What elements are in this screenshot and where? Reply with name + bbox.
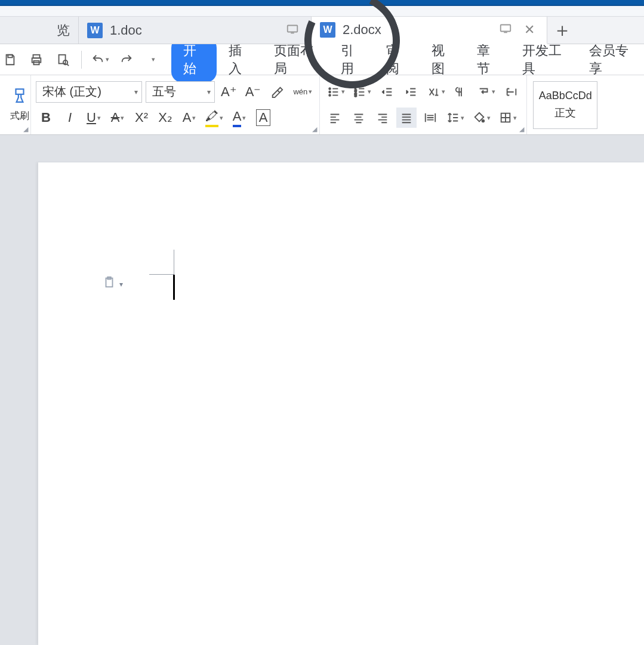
increase-indent-button[interactable] bbox=[401, 82, 421, 102]
line-spacing-button[interactable]: ▾ bbox=[444, 108, 467, 128]
tab-partial-left[interactable]: 览 bbox=[0, 17, 79, 44]
chevron-down-icon[interactable]: ▾ bbox=[242, 114, 246, 122]
margin-marker bbox=[149, 250, 174, 275]
strikethrough-button[interactable]: A▾ bbox=[107, 108, 128, 128]
svg-rect-0 bbox=[288, 25, 298, 32]
phonetic-guide-button[interactable]: wén ▾ bbox=[291, 82, 315, 102]
borders-button[interactable]: ▾ bbox=[497, 108, 519, 128]
word-doc-icon: W bbox=[320, 22, 335, 38]
paste-clipboard-icon bbox=[103, 276, 116, 293]
chevron-down-icon[interactable]: ▾ bbox=[106, 56, 109, 63]
align-distributed-button[interactable] bbox=[420, 108, 440, 128]
chevron-down-icon[interactable]: ▾ bbox=[119, 280, 123, 288]
chevron-down-icon[interactable]: ▾ bbox=[192, 114, 196, 122]
close-icon[interactable]: ✕ bbox=[520, 22, 538, 38]
format-painter-icon bbox=[12, 88, 27, 108]
undo-button[interactable]: ▾ bbox=[90, 50, 110, 70]
asian-layout-button[interactable]: ▾ bbox=[425, 82, 448, 102]
increase-font-button[interactable]: A⁺ bbox=[218, 82, 239, 102]
align-center-button[interactable] bbox=[349, 108, 369, 128]
style-name: 正文 bbox=[554, 106, 576, 120]
redo-button[interactable] bbox=[116, 50, 137, 70]
tabs-button[interactable] bbox=[501, 82, 522, 102]
print-button[interactable] bbox=[26, 50, 47, 70]
chevron-down-icon[interactable]: ▾ bbox=[341, 88, 345, 96]
group-styles: AaBbCcDd 正文 bbox=[527, 75, 603, 134]
chevron-down-icon[interactable]: ▾ bbox=[487, 114, 491, 122]
window-mode-icon[interactable] bbox=[282, 22, 303, 39]
svg-rect-2 bbox=[8, 54, 12, 57]
save-button[interactable] bbox=[0, 50, 20, 70]
chevron-down-icon[interactable]: ▾ bbox=[97, 114, 101, 122]
group-clipboard: 式刷 ◢ bbox=[0, 75, 31, 134]
line-break-button[interactable]: ▾ bbox=[475, 82, 498, 102]
chevron-down-icon[interactable]: ▾ bbox=[442, 88, 445, 96]
group-launcher-icon[interactable]: ◢ bbox=[519, 125, 524, 133]
align-justify-button[interactable] bbox=[396, 108, 417, 128]
underline-icon: U bbox=[87, 110, 96, 125]
top-strip bbox=[0, 6, 644, 17]
clear-formatting-button[interactable] bbox=[267, 82, 287, 102]
bold-button[interactable]: B bbox=[36, 108, 56, 128]
svg-point-11 bbox=[329, 94, 331, 96]
bullets-button[interactable]: ▾ bbox=[325, 82, 347, 102]
menu-bar: ▾ ▾ 开始 插入 页面布局 引用 审阅 视图 章节 开发工具 会员专享 bbox=[0, 44, 644, 75]
shading-button[interactable]: ▾ bbox=[470, 108, 493, 128]
tab-1-name: 1.doc bbox=[110, 23, 142, 38]
group-paragraph: ▾ 123 ▾ ▾ ▾ bbox=[320, 75, 527, 134]
new-tab-button[interactable]: ＋ bbox=[547, 17, 577, 44]
window-mode-icon[interactable] bbox=[495, 22, 516, 38]
chevron-down-icon[interactable]: ▾ bbox=[131, 88, 138, 96]
italic-icon: I bbox=[68, 110, 72, 125]
strikethrough-icon: A bbox=[111, 110, 120, 125]
chevron-down-icon[interactable]: ▾ bbox=[461, 114, 464, 122]
qat-more-button[interactable]: ▾ bbox=[143, 50, 163, 70]
tab-partial-label: 览 bbox=[57, 22, 70, 39]
chevron-down-icon[interactable]: ▾ bbox=[492, 88, 495, 96]
text-direction-button[interactable] bbox=[451, 82, 472, 102]
decrease-indent-button[interactable] bbox=[377, 82, 398, 102]
align-left-button[interactable] bbox=[325, 108, 345, 128]
font-color-button[interactable]: A▾ bbox=[229, 108, 249, 128]
quick-access-toolbar: ▾ ▾ bbox=[0, 44, 168, 75]
paste-options-button[interactable]: ▾ bbox=[103, 276, 123, 293]
chevron-down-icon[interactable]: ▾ bbox=[513, 114, 517, 122]
print-preview-button[interactable] bbox=[53, 50, 73, 70]
svg-point-10 bbox=[329, 91, 331, 93]
phonetic-label: wén bbox=[293, 87, 307, 96]
document-tab-1[interactable]: W 1.doc bbox=[79, 17, 312, 44]
chevron-down-icon[interactable]: ▾ bbox=[368, 88, 371, 96]
style-normal[interactable]: AaBbCcDd 正文 bbox=[533, 81, 597, 129]
text-effects-button[interactable]: A▾ bbox=[179, 108, 199, 128]
svg-point-15 bbox=[482, 120, 485, 122]
font-color-icon: A bbox=[233, 109, 242, 127]
numbering-button[interactable]: 123 ▾ bbox=[351, 82, 374, 102]
font-name-value: 宋体 (正文) bbox=[42, 84, 101, 100]
superscript-icon: X² bbox=[135, 110, 148, 125]
italic-button[interactable]: I bbox=[60, 108, 80, 128]
underline-button[interactable]: U▾ bbox=[84, 108, 104, 128]
document-tab-2[interactable]: W 2.docx ✕ bbox=[312, 17, 547, 44]
format-painter-button[interactable]: 式刷 bbox=[5, 81, 35, 129]
chevron-down-icon[interactable]: ▾ bbox=[309, 88, 312, 96]
decrease-font-button[interactable]: A⁻ bbox=[243, 82, 264, 102]
group-launcher-icon[interactable]: ◢ bbox=[312, 125, 317, 133]
superscript-button[interactable]: X² bbox=[131, 108, 152, 128]
character-border-button[interactable]: A bbox=[253, 108, 273, 128]
align-right-button[interactable] bbox=[372, 108, 393, 128]
document-page[interactable]: ▾ bbox=[38, 162, 644, 645]
style-sample: AaBbCcDd bbox=[539, 90, 592, 102]
font-size-combo[interactable]: 五号 ▾ bbox=[146, 81, 215, 103]
font-name-combo[interactable]: 宋体 (正文) ▾ bbox=[36, 81, 142, 103]
word-doc-icon: W bbox=[87, 23, 103, 38]
chevron-down-icon[interactable]: ▾ bbox=[204, 88, 211, 96]
highlight-color-button[interactable]: 🖍▾ bbox=[203, 108, 226, 128]
chevron-down-icon[interactable]: ▾ bbox=[220, 114, 223, 122]
subscript-button[interactable]: X₂ bbox=[155, 108, 175, 128]
group-launcher-icon[interactable]: ◢ bbox=[23, 125, 28, 133]
highlight-icon: 🖍 bbox=[205, 109, 218, 127]
ribbon-toolbar: 式刷 ◢ 宋体 (正文) ▾ 五号 ▾ A⁺ A⁻ wén ▾ B bbox=[0, 75, 644, 135]
canvas-area[interactable]: ▾ bbox=[0, 135, 644, 645]
document-tabbar: 览 W 1.doc W 2.docx ✕ ＋ bbox=[0, 17, 644, 44]
chevron-down-icon[interactable]: ▾ bbox=[121, 114, 124, 122]
